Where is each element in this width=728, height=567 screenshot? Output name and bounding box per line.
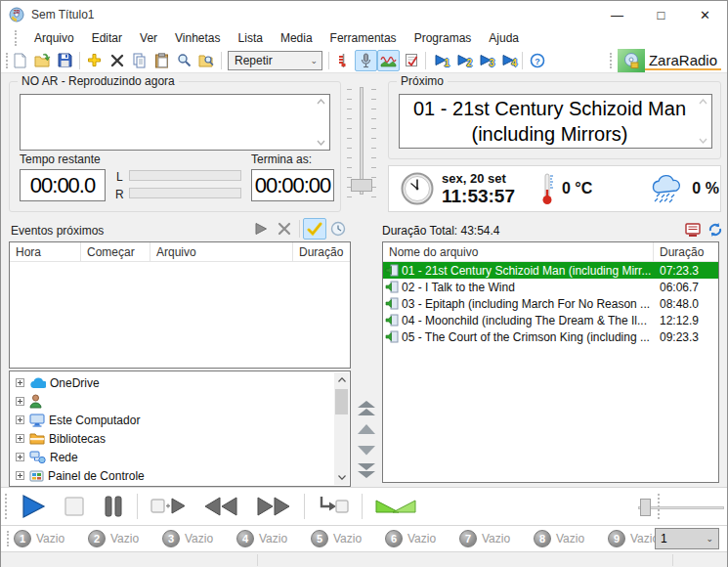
agc-toggle[interactable] <box>377 50 400 71</box>
column-arquivo[interactable]: Arquivo <box>150 242 293 261</box>
play-button[interactable] <box>12 491 55 522</box>
scroll-down-button[interactable] <box>334 470 349 485</box>
expand-icon[interactable] <box>16 471 24 480</box>
fast-forward-button[interactable] <box>247 491 300 522</box>
search-folder-button[interactable] <box>195 50 218 71</box>
column-nome-do-arquivo[interactable]: Nome do arquivo <box>383 242 654 261</box>
expand-icon[interactable] <box>16 434 24 443</box>
delete-button[interactable] <box>106 50 128 71</box>
expand-icon[interactable] <box>16 397 24 406</box>
toolbar-gripper[interactable] <box>7 531 10 546</box>
close-button[interactable]: ✕ <box>683 1 727 28</box>
open-list-button[interactable] <box>31 50 54 71</box>
tree-scrollbar[interactable] <box>334 372 349 485</box>
tree-item-painel-de-controle[interactable]: Painel de Controle <box>16 466 334 485</box>
next-track-scrollbar[interactable] <box>696 96 710 147</box>
tree-item-bibliotecas[interactable]: Bibliotecas <box>16 429 334 448</box>
now-playing-scrollbar[interactable] <box>314 96 328 149</box>
events-enabled-toggle[interactable] <box>303 218 326 240</box>
playlist-row[interactable]: 04 - Moonchild (including The Dream & Th… <box>383 312 718 328</box>
save-list-button[interactable] <box>54 50 76 71</box>
move-bottom-button[interactable] <box>355 461 378 479</box>
refresh-button[interactable] <box>707 221 724 239</box>
hotkey-2-button[interactable]: 2Vazio <box>88 530 162 547</box>
volume-slider-vertical[interactable] <box>345 85 378 212</box>
help-button[interactable]: ? <box>526 50 548 71</box>
column-duracao[interactable]: Duração <box>654 242 718 261</box>
crossfade-button[interactable] <box>366 491 425 522</box>
event-delete-button[interactable] <box>273 218 296 240</box>
expand-icon[interactable] <box>16 453 24 461</box>
now-playing-list[interactable] <box>20 94 330 151</box>
hotkey-5-button[interactable]: 5Vazio <box>311 530 385 547</box>
rewind-button[interactable] <box>194 491 247 522</box>
hotkey-6-button[interactable]: 6Vazio <box>385 530 459 547</box>
copy-button[interactable] <box>128 50 150 71</box>
events-table[interactable]: Hora Começar Arquivo Duração <box>9 241 351 369</box>
column-hora[interactable]: Hora <box>10 242 81 261</box>
hotkey-7-button[interactable]: 7Vazio <box>459 530 534 547</box>
mixer-button[interactable] <box>332 50 355 71</box>
stop-button[interactable] <box>55 491 94 522</box>
menu-arquivo[interactable]: Arquivo <box>25 28 83 48</box>
playlist-row[interactable]: 05 - The Court of the Crimson King (incl… <box>383 328 718 345</box>
tree-item-user[interactable] <box>16 392 334 411</box>
file-explorer-tree[interactable]: OneDrive Este Computador Bibliotecas Re <box>9 371 351 487</box>
slider-thumb[interactable] <box>640 499 651 516</box>
expand-icon[interactable] <box>16 378 24 387</box>
tree-item-este-computador[interactable]: Este Computador <box>16 411 334 429</box>
microphone-toggle[interactable] <box>355 50 377 71</box>
expand-icon[interactable] <box>16 415 24 424</box>
move-up-button[interactable] <box>355 420 378 438</box>
hotkey-8-button[interactable]: 8Vazio <box>534 530 608 547</box>
search-button[interactable] <box>173 50 195 71</box>
menu-vinhetas[interactable]: Vinhetas <box>166 28 229 48</box>
menu-ferramentas[interactable]: Ferramentas <box>321 28 406 48</box>
hotkey-page-select[interactable]: 1 ⌄ <box>655 528 719 549</box>
play-sequence-4-button[interactable]: 4 <box>496 50 519 71</box>
paste-button[interactable] <box>150 50 173 71</box>
column-duracao[interactable]: Duração <box>293 242 350 261</box>
log-button[interactable] <box>684 221 702 239</box>
minimize-button[interactable]: — <box>595 1 639 28</box>
playlist-row[interactable]: 02 - I Talk to the Wind 06:06.7 <box>383 279 718 295</box>
event-play-button[interactable] <box>249 218 273 240</box>
tree-item-rede[interactable]: Rede <box>16 448 334 466</box>
next-track-list[interactable]: 01 - 21st Century Schizoid Man (includin… <box>399 94 712 149</box>
add-file-button[interactable] <box>83 50 106 71</box>
move-down-button[interactable] <box>355 441 378 458</box>
hotkey-3-button[interactable]: 3Vazio <box>162 530 236 547</box>
menu-ver[interactable]: Ver <box>131 28 166 48</box>
move-top-button[interactable] <box>355 400 378 417</box>
scroll-up-button[interactable] <box>334 372 349 387</box>
play-sequence-2-button[interactable]: 2 <box>451 50 474 71</box>
column-comecar[interactable]: Começar <box>81 242 150 261</box>
playback-mode-select[interactable]: Repetir ⌄ <box>228 51 322 70</box>
event-clock-button[interactable] <box>326 218 350 240</box>
events-manager-button[interactable] <box>400 50 422 71</box>
playlist-row[interactable]: 01 - 21st Century Schizoid Man (includin… <box>383 262 718 279</box>
playlist-row[interactable]: 03 - Epitaph (including March For No Rea… <box>383 295 718 312</box>
stop-and-play-next-button[interactable] <box>142 491 194 522</box>
toolbar-gripper[interactable] <box>610 53 613 68</box>
menu-editar[interactable]: Editar <box>83 28 131 48</box>
hotkey-4-button[interactable]: 4Vazio <box>236 530 311 547</box>
slider-thumb[interactable] <box>351 179 372 192</box>
new-list-button[interactable] <box>9 50 31 71</box>
menu-lista[interactable]: Lista <box>230 28 272 48</box>
menu-programas[interactable]: Programas <box>406 28 481 48</box>
play-selected-and-continue-button[interactable] <box>309 491 358 522</box>
menu-media[interactable]: Media <box>272 28 321 48</box>
menu-ajuda[interactable]: Ajuda <box>480 28 528 48</box>
maximize-button[interactable]: □ <box>639 1 683 28</box>
toolbar-gripper[interactable] <box>15 30 18 46</box>
tree-item-onedrive[interactable]: OneDrive <box>16 373 334 392</box>
scrollbar-thumb[interactable] <box>335 389 348 414</box>
play-sequence-1-button[interactable]: 1 <box>429 50 451 71</box>
volume-slider-horizontal[interactable] <box>638 499 724 518</box>
toolbar-gripper[interactable] <box>5 494 8 519</box>
pause-button[interactable] <box>94 491 133 522</box>
playlist-table[interactable]: Nome do arquivo Duração 01 - 21st Centur… <box>382 241 719 483</box>
play-sequence-3-button[interactable]: 3 <box>474 50 496 71</box>
hotkey-1-button[interactable]: 1Vazio <box>14 530 88 547</box>
